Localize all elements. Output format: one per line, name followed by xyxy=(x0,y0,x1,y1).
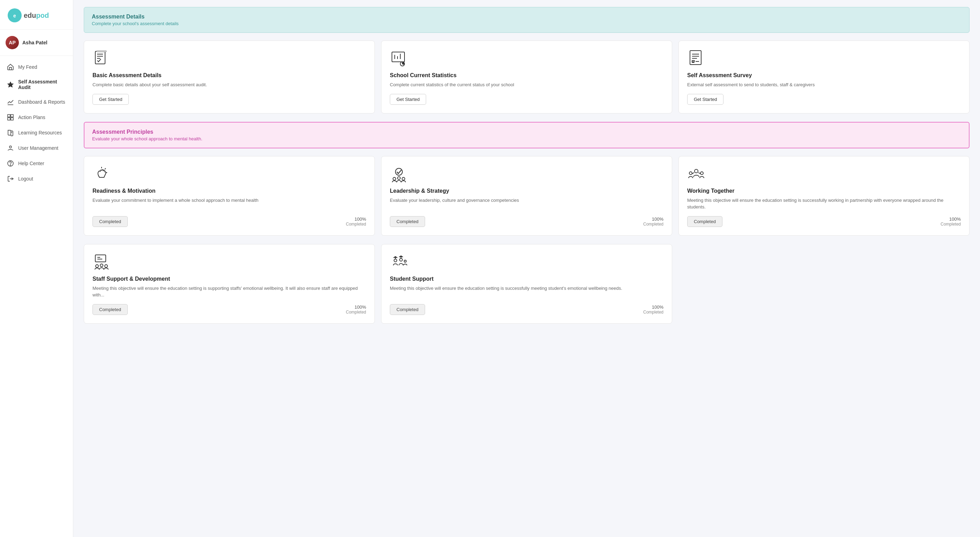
student-support-icon xyxy=(390,253,408,271)
school-statistics-icon xyxy=(390,49,408,67)
svg-point-9 xyxy=(10,146,11,148)
completion-label: Completed xyxy=(643,222,663,226)
svg-point-47 xyxy=(100,264,103,267)
sidebar-item-label: Action Plans xyxy=(18,115,45,120)
card-working-together: Working Together Meeting this objective … xyxy=(678,156,969,236)
nav-menu: My Feed Self Assessment Audit Dashboard … xyxy=(0,56,73,190)
card-title: Basic Assessment Details xyxy=(92,72,366,78)
completed-button[interactable]: Completed xyxy=(390,304,425,315)
card-school-current-statistics: School Current Statistics Complete curre… xyxy=(381,40,672,113)
avatar: AP xyxy=(6,36,19,49)
readiness-motivation-icon xyxy=(92,165,111,183)
working-together-icon xyxy=(687,165,705,183)
principles-cards-grid-row2: Staff Support & Development Meeting this… xyxy=(84,244,969,323)
sidebar-item-dashboard-reports[interactable]: Dashboard & Reports xyxy=(0,94,73,110)
svg-rect-6 xyxy=(8,118,10,120)
card-desc: Evaluate your commitment to implement a … xyxy=(92,197,366,210)
get-started-button[interactable]: Get Started xyxy=(92,94,129,105)
completion-label: Completed xyxy=(346,222,366,226)
completion-status: 100% Completed xyxy=(643,217,663,226)
completed-button[interactable]: Completed xyxy=(92,304,128,315)
assessment-principles-title: Assessment Principles xyxy=(92,129,961,135)
svg-marker-54 xyxy=(399,256,403,257)
completed-button[interactable]: Completed xyxy=(390,216,425,227)
card-title: School Current Statistics xyxy=(390,72,663,78)
sidebar-item-label: Learning Resources xyxy=(18,130,62,135)
card-footer: Get Started xyxy=(92,94,366,105)
completion-status: 100% Completed xyxy=(346,304,366,315)
grid-icon xyxy=(7,114,14,121)
svg-rect-5 xyxy=(11,115,13,117)
basic-assessment-icon xyxy=(92,49,111,67)
card-desc: Meeting this objective will ensure the e… xyxy=(390,285,663,298)
svg-point-40 xyxy=(700,172,703,175)
card-title: Leadership & Strategy xyxy=(390,188,663,194)
empty-card-placeholder xyxy=(678,244,969,323)
person-icon xyxy=(7,145,14,151)
card-footer: Get Started xyxy=(687,94,961,105)
sidebar: e edupod AP Asha Patel My Feed xyxy=(0,0,73,537)
sidebar-item-learning-resources[interactable]: Learning Resources xyxy=(0,125,73,140)
user-name: Asha Patel xyxy=(22,40,48,45)
card-title: Student Support xyxy=(390,276,663,282)
sidebar-item-my-feed[interactable]: My Feed xyxy=(0,59,73,75)
card-desc: Evaluate your leadership, culture and go… xyxy=(390,197,663,210)
completion-status: 100% Completed xyxy=(346,217,366,226)
get-started-button[interactable]: Get Started xyxy=(687,94,724,105)
card-footer: Completed 100% Completed xyxy=(92,304,366,315)
card-desc: Meeting this objective will ensure the e… xyxy=(687,197,961,210)
assessment-details-title: Assessment Details xyxy=(92,14,961,20)
self-assessment-survey-icon xyxy=(687,49,705,67)
sidebar-item-label: User Management xyxy=(18,145,58,151)
staff-support-development-icon xyxy=(92,253,111,271)
svg-rect-7 xyxy=(11,118,13,120)
sidebar-item-action-plans[interactable]: Action Plans xyxy=(0,110,73,125)
svg-point-49 xyxy=(394,259,397,262)
completion-percent: 100% xyxy=(346,217,366,222)
svg-point-52 xyxy=(399,258,402,261)
completed-button[interactable]: Completed xyxy=(687,216,722,227)
svg-point-39 xyxy=(689,172,692,175)
card-title: Working Together xyxy=(687,188,961,194)
book-icon xyxy=(7,129,14,136)
completion-status: 100% Completed xyxy=(643,304,663,315)
card-basic-assessment-details: Basic Assessment Details Complete basic … xyxy=(84,40,375,113)
svg-rect-4 xyxy=(8,115,10,117)
card-footer: Get Started xyxy=(390,94,663,105)
svg-point-34 xyxy=(395,168,402,175)
assessment-cards-grid: Basic Assessment Details Complete basic … xyxy=(84,40,969,113)
logo-icon: e xyxy=(7,8,22,23)
svg-point-55 xyxy=(404,260,406,262)
card-desc: Complete current statistics of the curre… xyxy=(390,81,663,88)
sidebar-item-label: Help Center xyxy=(18,161,45,166)
leadership-strategy-icon xyxy=(390,165,408,183)
sidebar-item-help-center[interactable]: Help Center xyxy=(0,156,73,171)
svg-rect-17 xyxy=(97,51,107,52)
svg-line-32 xyxy=(105,168,106,169)
svg-point-35 xyxy=(393,177,396,180)
completion-percent: 100% xyxy=(346,304,366,310)
sidebar-item-label: Logout xyxy=(18,176,33,182)
home-icon xyxy=(7,64,14,70)
avatar-image: AP xyxy=(6,36,19,49)
completed-button[interactable]: Completed xyxy=(92,216,128,227)
sidebar-item-self-assessment-audit[interactable]: Self Assessment Audit xyxy=(0,75,73,94)
sidebar-item-label: My Feed xyxy=(18,64,37,70)
assessment-principles-subtitle: Evaluate your whole school approach to m… xyxy=(92,136,961,142)
sidebar-item-label: Self Assessment Audit xyxy=(18,79,66,90)
card-desc: Meeting this objective will ensure the e… xyxy=(92,285,366,298)
completion-label: Completed xyxy=(940,222,961,226)
completion-percent: 100% xyxy=(643,217,663,222)
assessment-details-header: Assessment Details Complete your school'… xyxy=(84,7,969,33)
main-content: Assessment Details Complete your school'… xyxy=(73,0,980,537)
card-student-support: Student Support Meeting this objective w… xyxy=(381,244,672,323)
completion-percent: 100% xyxy=(940,217,961,222)
get-started-button[interactable]: Get Started xyxy=(390,94,426,105)
sidebar-item-user-management[interactable]: User Management xyxy=(0,140,73,156)
card-desc: Complete basic details about your self a… xyxy=(92,81,366,88)
sidebar-item-logout[interactable]: Logout xyxy=(0,171,73,186)
completion-status: 100% Completed xyxy=(940,217,961,226)
svg-marker-2 xyxy=(8,82,14,87)
card-footer: Completed 100% Completed xyxy=(390,304,663,315)
logo-area: e edupod xyxy=(0,0,73,30)
